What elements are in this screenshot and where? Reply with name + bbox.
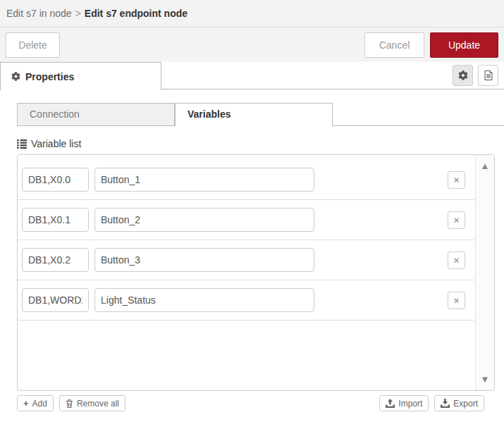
remove-row-button[interactable]: × <box>448 171 465 189</box>
dialog-toolbar: Delete Cancel Update <box>0 27 504 62</box>
cancel-button[interactable]: Cancel <box>364 32 424 58</box>
close-icon: × <box>454 175 460 185</box>
add-button[interactable]: + Add <box>17 395 54 411</box>
upload-icon <box>386 399 395 408</box>
footer-left-buttons: + Add Remove all <box>17 395 125 411</box>
export-button[interactable]: Export <box>434 395 484 411</box>
variable-list-footer: + Add Remove all Import Export <box>17 395 495 411</box>
tab-variables[interactable]: Variables <box>175 103 333 126</box>
delete-button[interactable]: Delete <box>6 32 60 58</box>
scrollbar[interactable]: ▲ ▼ <box>475 155 494 390</box>
variable-address-input[interactable] <box>22 168 89 192</box>
variable-list-label: Variable list <box>31 138 81 149</box>
variable-row: × <box>18 160 474 200</box>
node-config-tabs: Connection Variables <box>17 104 504 126</box>
remove-row-button[interactable]: × <box>448 211 465 229</box>
breadcrumb-parent-link[interactable]: Edit s7 in node <box>6 8 72 19</box>
remove-row-button[interactable]: × <box>448 292 465 309</box>
tab-properties-label: Properties <box>25 71 74 82</box>
close-icon: × <box>454 216 460 225</box>
add-button-label: Add <box>32 399 47 409</box>
editor-tabs-row: Properties <box>0 62 504 89</box>
tab-connection-label: Connection <box>30 108 80 120</box>
remove-all-button[interactable]: Remove all <box>59 395 125 411</box>
scroll-down-icon[interactable]: ▼ <box>476 375 494 384</box>
variable-row: × <box>18 200 474 240</box>
list-icon <box>17 139 27 149</box>
variable-address-input[interactable] <box>22 288 89 312</box>
variable-name-input[interactable] <box>94 288 314 312</box>
plus-icon: + <box>23 398 29 409</box>
variable-name-input[interactable] <box>94 208 314 232</box>
footer-right-buttons: Import Export <box>379 395 484 411</box>
download-icon <box>441 399 450 408</box>
import-button-label: Import <box>398 399 422 409</box>
editor-tab-buttons <box>453 65 498 86</box>
variable-list-container: × × × × ▲ ▼ <box>17 154 495 391</box>
remove-row-button[interactable]: × <box>448 251 465 269</box>
page-title: Edit s7 endpoint node <box>85 8 188 19</box>
variable-row: × <box>18 280 474 321</box>
remove-all-button-label: Remove all <box>77 399 119 409</box>
gear-icon <box>458 70 468 80</box>
variable-address-input[interactable] <box>22 208 89 232</box>
variable-name-input[interactable] <box>94 168 314 192</box>
tab-properties[interactable]: Properties <box>0 62 161 90</box>
properties-toggle-button[interactable] <box>453 65 473 86</box>
tab-variables-label: Variables <box>188 108 231 120</box>
description-toggle-button[interactable] <box>478 65 498 86</box>
variable-name-input[interactable] <box>94 248 314 272</box>
update-button[interactable]: Update <box>430 32 498 58</box>
variable-row: × <box>18 240 474 280</box>
variable-list-heading: Variable list <box>17 138 504 149</box>
export-button-label: Export <box>453 399 478 409</box>
scroll-up-icon[interactable]: ▲ <box>476 161 494 170</box>
breadcrumb-bar: Edit s7 in node>Edit s7 endpoint node <box>0 0 504 27</box>
import-button[interactable]: Import <box>379 395 429 411</box>
variable-rows: × × × × <box>18 155 474 321</box>
document-icon <box>484 70 493 80</box>
close-icon: × <box>454 256 460 265</box>
trash-icon <box>66 399 73 408</box>
close-icon: × <box>454 296 460 305</box>
gear-icon <box>11 72 20 81</box>
breadcrumb-separator: > <box>75 8 81 19</box>
tab-connection[interactable]: Connection <box>17 103 175 125</box>
variable-address-input[interactable] <box>22 248 89 272</box>
